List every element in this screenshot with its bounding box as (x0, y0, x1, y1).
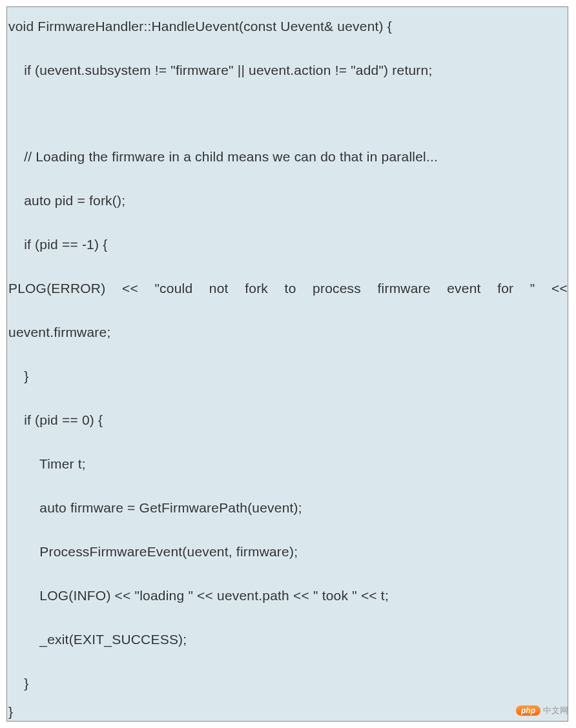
code-line: } (8, 674, 28, 692)
code-line: auto firmware = GetFirmwarePath(uevent); (8, 499, 302, 516)
code-line: auto pid = fork(); (8, 192, 125, 209)
code-line: PLOG(ERROR) << "could not fork to proces… (8, 279, 568, 297)
code-line: // Loading the firmware in a child means… (8, 148, 438, 165)
code-line: if (uevent.subsystem != "firmware" || ue… (8, 61, 432, 79)
code-line: if (pid == -1) { (8, 236, 107, 253)
code-line: void FirmwareHandler::HandleUevent(const… (8, 17, 392, 35)
code-line: } (8, 703, 13, 720)
code-line: Timer t; (8, 455, 86, 472)
code-line: ProcessFirmwareEvent(uevent, firmware); (8, 543, 298, 560)
code-line: _exit(EXIT_SUCCESS); (8, 631, 187, 648)
code-line: LOG(INFO) << "loading " << uevent.path <… (8, 587, 389, 604)
php-badge-icon: php (516, 705, 540, 716)
code-line: uevent.firmware; (8, 323, 110, 341)
watermark-text: 中文网 (543, 705, 568, 716)
code-line: } (8, 367, 28, 385)
code-block: void FirmwareHandler::HandleUevent(const… (6, 6, 568, 722)
watermark: php 中文网 (516, 705, 568, 716)
code-line: if (pid == 0) { (8, 411, 103, 429)
